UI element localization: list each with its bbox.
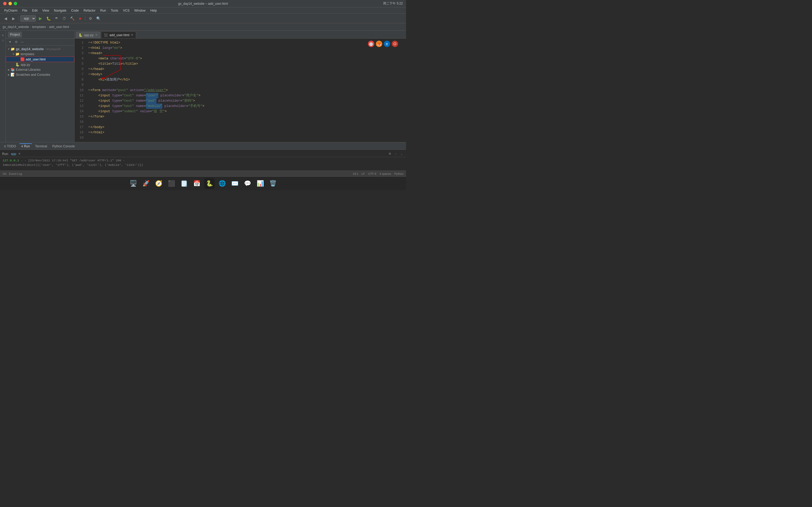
close-button[interactable]	[3, 2, 7, 5]
toolbar-settings-button[interactable]: ⚙	[87, 15, 94, 22]
sidebar-tab-project[interactable]: Project	[8, 32, 22, 38]
run-settings-btn[interactable]: ⚙	[388, 152, 392, 156]
forward-button[interactable]: ▶	[10, 15, 17, 22]
fold-10[interactable]: ▼	[88, 88, 90, 93]
fold-6[interactable]: ▼	[88, 67, 90, 71]
dock-terminal[interactable]: ⬛	[166, 178, 176, 189]
maximize-button[interactable]	[14, 2, 17, 5]
favorites-toggle[interactable]: ☆	[1, 38, 5, 43]
tree-item-templates[interactable]: ▼ 📁 templates	[6, 52, 74, 57]
tab-apppy-close[interactable]: ✕	[95, 33, 98, 37]
breadcrumb: gx_day14_website › templates › add_user.…	[0, 23, 406, 31]
tree-item-add-user[interactable]: ▶ 🟥 add_user.html	[6, 57, 74, 62]
editor-tab-apppy[interactable]: 🐍 app.py ✕	[75, 32, 100, 38]
root-folder-icon: 📁	[11, 47, 15, 51]
bottom-tab-todo[interactable]: 6 TODO	[2, 144, 18, 149]
dock-excel[interactable]: 📊	[255, 178, 265, 189]
encoding[interactable]: UTF-8	[368, 172, 376, 175]
menu-help[interactable]: Help	[148, 8, 159, 13]
profile-button[interactable]: ⏱	[61, 15, 68, 22]
menu-code[interactable]: Code	[69, 8, 81, 13]
sidebar-settings-btn[interactable]: ⚙	[13, 39, 19, 45]
code-line-16: ▼	[88, 119, 406, 125]
run-config-select[interactable]: app	[20, 15, 36, 22]
menu-vcs[interactable]: VCS	[121, 8, 132, 13]
templates-label: templates	[20, 52, 34, 56]
fold-3[interactable]: ▼	[88, 51, 90, 55]
tree-item-app-py[interactable]: ▶ 🐍 app.py	[6, 62, 74, 67]
tree-item-scratches[interactable]: ▶ 📝 Scratches and Consoles	[6, 72, 74, 77]
bottom-tab-terminal[interactable]: Terminal	[33, 144, 49, 149]
structure-toggle[interactable]: ≡	[1, 33, 5, 38]
debug-button[interactable]: 🐛	[45, 15, 52, 22]
run-up-btn[interactable]: ↑	[393, 152, 398, 156]
dock-messages[interactable]: 💬	[242, 178, 253, 189]
event-log[interactable]: Event Log	[9, 172, 22, 175]
fold-17[interactable]: ▼	[88, 125, 90, 129]
run-tab-label-bottom: Run	[24, 145, 30, 148]
bottom-tab-run[interactable]: 4 Run	[19, 144, 32, 149]
code-editor[interactable]: ▼ <!DOCTYPE html> ▼ <html lang="en"> ▼ <…	[86, 39, 406, 142]
dock-notes[interactable]: 🗒️	[179, 178, 189, 189]
language-mode[interactable]: Python	[394, 172, 403, 175]
menu-refactor[interactable]: Refactor	[82, 8, 98, 13]
minimize-button[interactable]	[8, 2, 12, 5]
menu-file[interactable]: File	[20, 8, 29, 13]
sidebar-collapse-btn[interactable]: ▼	[7, 39, 13, 45]
breadcrumb-sep-2: ›	[47, 25, 48, 29]
coverage-button[interactable]: ☂	[53, 15, 60, 22]
fold-2[interactable]: ▼	[88, 46, 90, 50]
editor-tab-adduser[interactable]: ⬛ add_user.html ✕	[101, 32, 136, 38]
fold-18[interactable]: ▼	[88, 130, 90, 135]
edge-icon[interactable]: e	[384, 41, 390, 47]
fold-15[interactable]: ▼	[88, 115, 90, 119]
dock-finder[interactable]: 🖥️	[128, 178, 139, 189]
breadcrumb-root[interactable]: gx_day14_website	[3, 25, 29, 29]
fold-1[interactable]: ▼	[88, 41, 90, 45]
menu-navigate[interactable]: Navigate	[52, 8, 68, 13]
dock-mail[interactable]: ✉️	[230, 178, 240, 189]
build-button[interactable]: 🔨	[69, 15, 75, 22]
breadcrumb-file[interactable]: add_user.html	[49, 25, 69, 29]
menu-view[interactable]: View	[40, 8, 51, 13]
back-button[interactable]: ◀	[2, 15, 9, 22]
menu-run[interactable]: Run	[98, 8, 108, 13]
run-button[interactable]: ▶	[37, 15, 44, 22]
code-line-5: ▼ <title>Title</title>	[88, 61, 406, 66]
git-status[interactable]: Git	[3, 172, 6, 175]
indent-settings[interactable]: 4 spaces	[379, 172, 391, 175]
sidebar-close-btn[interactable]: —	[19, 39, 25, 45]
menu-pycharm[interactable]: PyCharm	[2, 8, 19, 13]
breadcrumb-templates[interactable]: templates	[32, 25, 46, 29]
code-line-1: ▼ <!DOCTYPE html>	[88, 40, 406, 45]
run-down-btn[interactable]: ↓	[399, 152, 404, 156]
run-panel-toolbar: Run: app ✕ ⚙ ↑ ↓	[0, 151, 406, 157]
firefox-icon[interactable]: 🦊	[376, 41, 382, 47]
toolbar-search-button[interactable]: 🔍	[95, 15, 102, 22]
chrome-icon[interactable]: ⬤	[368, 41, 374, 47]
console-output: 127.0.0.1 - - [23/Nov/2021 17:20:04] "GE…	[0, 158, 406, 168]
fold-7[interactable]: ▼	[88, 72, 90, 76]
menu-tools[interactable]: Tools	[109, 8, 120, 13]
menu-edit[interactable]: Edit	[30, 8, 40, 13]
dock-calendar[interactable]: 📅	[191, 178, 202, 189]
menu-window[interactable]: Window	[132, 8, 148, 13]
bottom-tab-python-console[interactable]: Python Console	[50, 144, 77, 149]
dock-pycharm[interactable]: 🐍	[204, 178, 215, 189]
stop-button[interactable]: ■	[77, 15, 84, 22]
code-line-10: ▼ <form method="post" action="/add/user"…	[88, 88, 406, 93]
run-app-label[interactable]: app	[11, 152, 16, 156]
run-tab-close[interactable]: ✕	[18, 152, 20, 156]
dock-trash[interactable]: 🗑️	[267, 178, 278, 189]
dock-chrome[interactable]: 🌐	[217, 178, 227, 189]
tab-adduser-close[interactable]: ✕	[131, 33, 133, 37]
window-controls[interactable]	[3, 2, 17, 5]
tree-item-root[interactable]: ▼ 📁 gx_day14_website ~/PycharmP	[6, 47, 74, 52]
editor-area[interactable]: 12345 678910 1112131415 16171819 ▼ <!DOC…	[74, 39, 406, 142]
cursor-position[interactable]: 19:1	[353, 172, 358, 175]
opera-icon[interactable]: O	[392, 41, 398, 47]
line-endings[interactable]: LF	[362, 172, 365, 175]
dock-launchpad[interactable]: 🚀	[141, 178, 151, 189]
dock-safari[interactable]: 🧭	[153, 178, 164, 189]
tree-item-ext-libs[interactable]: ▶ 📚 External Libraries	[6, 67, 74, 72]
